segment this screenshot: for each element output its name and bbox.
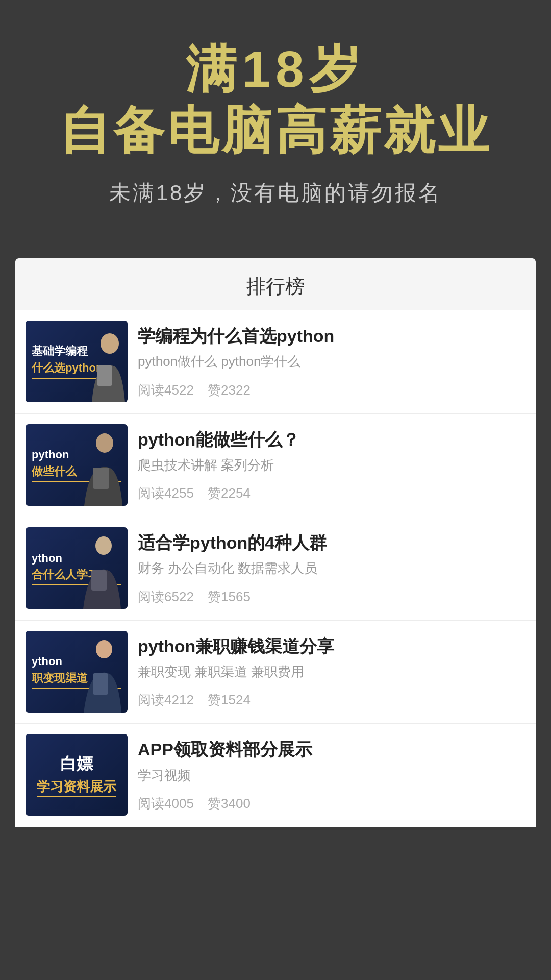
item-tags-2: 爬虫技术讲解 案列分析 [138, 456, 525, 474]
list-item[interactable]: ython 职变现渠道 python兼职赚钱渠道分享 兼职变现 兼职渠道 兼职费… [15, 621, 536, 724]
svg-point-2 [96, 433, 113, 453]
item-likes-1: 赞2322 [208, 382, 251, 398]
list-item[interactable]: 白嫖 学习资料展示 APP领取资料部分展示 学习视频 阅读4005 赞3400 [15, 724, 536, 827]
thumb-gold-text-5: 学习资料展示 [37, 778, 116, 797]
item-content-1: 学编程为什么首选python python做什么 python学什么 阅读452… [138, 321, 525, 403]
svg-rect-3 [93, 468, 109, 489]
svg-point-6 [96, 640, 112, 658]
svg-rect-7 [93, 673, 108, 695]
thumbnail-1: 基础学编程 什么选python [26, 321, 128, 402]
svg-rect-5 [91, 570, 107, 591]
hero-section: 满18岁 自备电脑高薪就业 未满18岁，没有电脑的请勿报名 [0, 0, 551, 238]
list-item[interactable]: ython 合什么人学习 适合学python的4种人群 财务 办公自动化 数据需… [15, 517, 536, 621]
ranking-list: 排行榜 基础学编程 什么选python 学编程为什么首选python pytho… [15, 258, 536, 827]
item-tags-5: 学习视频 [138, 766, 525, 785]
list-item[interactable]: python 做些什么 python能做些什么？ 爬虫技术讲解 案列分析 阅读4… [15, 414, 536, 518]
thumbnail-2: python 做些什么 [26, 424, 128, 506]
item-title-5: APP领取资料部分展示 [138, 738, 525, 761]
item-content-2: python能做些什么？ 爬虫技术讲解 案列分析 阅读4255 赞2254 [138, 424, 525, 507]
person-icon-2 [71, 432, 128, 506]
item-title-1: 学编程为什么首选python [138, 325, 525, 347]
list-header: 排行榜 [15, 258, 536, 310]
person-icon-1 [77, 331, 128, 402]
item-likes-4: 赞1524 [208, 692, 251, 707]
item-content-4: python兼职赚钱渠道分享 兼职变现 兼职渠道 兼职费用 阅读4212 赞15… [138, 631, 525, 714]
item-content-5: APP领取资料部分展示 学习视频 阅读4005 赞3400 [138, 734, 525, 817]
item-reads-2: 阅读4255 [138, 485, 194, 501]
item-title-4: python兼职赚钱渠道分享 [138, 635, 525, 657]
item-likes-5: 赞3400 [208, 796, 251, 811]
item-stats-1: 阅读4522 赞2322 [138, 381, 525, 399]
item-reads-1: 阅读4522 [138, 382, 194, 398]
svg-rect-1 [97, 365, 112, 386]
item-stats-3: 阅读6522 赞1565 [138, 588, 525, 606]
svg-point-0 [101, 333, 119, 354]
item-stats-5: 阅读4005 赞3400 [138, 795, 525, 813]
hero-notice: 未满18岁，没有电脑的请勿报名 [20, 179, 531, 207]
thumbnail-5: 白嫖 学习资料展示 [26, 734, 128, 816]
item-likes-3: 赞1565 [208, 589, 251, 604]
item-tags-4: 兼职变现 兼职渠道 兼职费用 [138, 663, 525, 681]
item-content-3: 适合学python的4种人群 财务 办公自动化 数据需求人员 阅读6522 赞1… [138, 527, 525, 610]
hero-title-line1: 满18岁 [20, 41, 531, 97]
thumb-white-text-5: 白嫖 [60, 753, 93, 775]
person-icon-4 [72, 636, 128, 713]
item-stats-4: 阅读4212 赞1524 [138, 691, 525, 709]
thumbnail-4: ython 职变现渠道 [26, 631, 128, 713]
hero-title-line2: 自备电脑高薪就业 [20, 102, 531, 158]
svg-point-4 [95, 536, 112, 555]
item-title-3: 适合学python的4种人群 [138, 531, 525, 554]
person-icon-3 [69, 533, 128, 609]
item-tags-1: python做什么 python学什么 [138, 352, 525, 371]
item-tags-3: 财务 办公自动化 数据需求人员 [138, 559, 525, 577]
item-reads-5: 阅读4005 [138, 796, 194, 811]
item-title-2: python能做些什么？ [138, 428, 525, 451]
list-item[interactable]: 基础学编程 什么选python 学编程为什么首选python python做什么… [15, 310, 536, 414]
item-likes-2: 赞2254 [208, 485, 251, 501]
item-reads-4: 阅读4212 [138, 692, 194, 707]
item-reads-3: 阅读6522 [138, 589, 194, 604]
thumbnail-3: ython 合什么人学习 [26, 527, 128, 609]
item-stats-2: 阅读4255 赞2254 [138, 484, 525, 502]
